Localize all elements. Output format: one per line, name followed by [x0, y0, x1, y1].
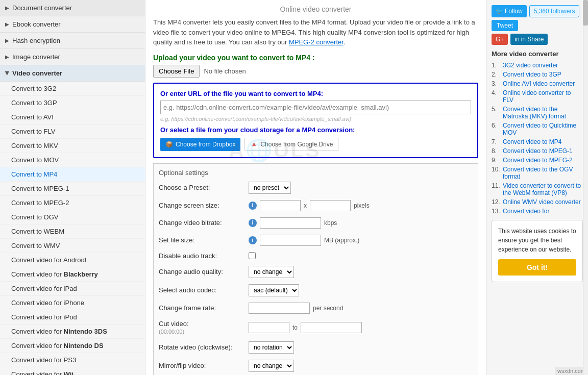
dropbox-button[interactable]: 📦 Choose from Dropbox [160, 138, 240, 151]
url-placeholder-text: e.g. https://cdn.online-convert.com/exam… [160, 116, 471, 122]
screen-size-info-icon[interactable]: i [249, 202, 257, 210]
main-content: A🌐ULS Online video converter This MP4 co… [145, 0, 486, 375]
converter-title: Online video converter [153, 5, 478, 13]
sidebar-item-ipod[interactable]: Convert video for iPod [0, 310, 145, 324]
sidebar-item-nintendo3ds[interactable]: Convert video for Nintendo 3DS [0, 324, 145, 339]
audio-quality-label: Change audio quality: [159, 268, 246, 276]
sidebar-category-video[interactable]: ▶ Video converter [0, 65, 145, 82]
sidebar-item-mpeg2[interactable]: Convert to MPEG-2 [0, 196, 145, 210]
gdrive-icon: 🔺 [250, 141, 258, 148]
rotate-select[interactable]: no rotation [249, 341, 294, 354]
list-item: 3G2 video converter [492, 62, 583, 69]
preset-row: Choose a Preset: no preset [159, 182, 473, 194]
disable-audio-label: Disable audio track: [159, 252, 246, 260]
sidebar-category-hash[interactable]: ▶ Hash encryption [0, 33, 145, 49]
sidebar-item-nintendods[interactable]: Convert video for Nintendo DS [0, 339, 145, 353]
sidebar-item-wii[interactable]: Convert video for Wii [0, 367, 145, 375]
sidebar-item-ipad[interactable]: Convert video for iPad [0, 282, 145, 296]
disable-audio-row: Disable audio track: [159, 252, 473, 260]
screen-size-label: Change screen size: [159, 202, 246, 209]
upload-label: Upload your video you want to convert to… [153, 54, 478, 62]
sidebar-item-3g2[interactable]: Convert to 3G2 [0, 82, 145, 96]
list-item: Online AVI video converter [492, 80, 583, 87]
bitrate-label: Change video bitrate: [159, 219, 246, 227]
audio-quality-select[interactable]: no change [249, 266, 294, 278]
bitrate-row: Change video bitrate: i kbps [159, 217, 473, 229]
sidebar-item-wmv[interactable]: Convert to WMV [0, 239, 145, 253]
gplus-button[interactable]: G+ [492, 34, 508, 45]
left-sidebar: ▶ Document converter ▶ Ebook converter ▶… [0, 0, 145, 375]
list-item: Convert video to the OGV format [492, 166, 583, 180]
file-size-info-icon[interactable]: i [249, 236, 257, 244]
sidebar-item-blackberry[interactable]: Convert video for Blackberry [0, 267, 145, 282]
sidebar-item-iphone[interactable]: Convert video for iPhone [0, 296, 145, 310]
mpeg2-link[interactable]: MPEG-2 converter [289, 38, 344, 46]
screen-size-row: Change screen size: i x pixels [159, 200, 473, 211]
sidebar-category-document[interactable]: ▶ Document converter [0, 0, 145, 16]
optional-title: Optional settings [159, 169, 473, 177]
screen-height-input[interactable] [310, 200, 351, 211]
follow-button[interactable]: 🐦 Follow [492, 5, 527, 17]
sidebar-item-webm[interactable]: Convert to WEBM [0, 224, 145, 239]
kbps-unit: kbps [324, 219, 337, 227]
url-box: Or enter URL of the file you want to con… [153, 83, 478, 158]
list-item: Convert video to the Matroska (MKV) form… [492, 106, 583, 120]
bitrate-info-icon[interactable]: i [249, 219, 257, 227]
dropbox-icon: 📦 [165, 141, 173, 148]
cut-video-label: Cut video: (00:00:00) [159, 320, 246, 335]
file-size-label: Set file size: [159, 236, 246, 244]
bitrate-input[interactable] [260, 217, 321, 229]
screen-width-input[interactable] [260, 200, 301, 211]
sidebar-item-avi[interactable]: Convert to AVI [0, 110, 145, 124]
sidebar-item-ogv[interactable]: Convert to OGV [0, 210, 145, 224]
rotate-row: Rotate video (clockwise): no rotation [159, 341, 473, 354]
disable-audio-checkbox[interactable] [249, 252, 256, 259]
social-row-follow: 🐦 Follow 5,360 followers [492, 5, 583, 17]
url-label: Or enter URL of the file you want to con… [160, 90, 471, 97]
frame-rate-input[interactable] [249, 303, 310, 314]
file-size-input[interactable] [260, 235, 321, 246]
audio-codec-select[interactable]: aac (default) [249, 284, 299, 296]
sidebar-item-3gp[interactable]: Convert to 3GP [0, 96, 145, 110]
arrow-icon: ▶ [5, 71, 10, 76]
gdrive-button[interactable]: 🔺 Choose from Google Drive [244, 138, 338, 151]
sidebar-item-mpeg1[interactable]: Convert to MPEG-1 [0, 182, 145, 196]
preset-label: Choose a Preset: [159, 184, 246, 191]
audio-quality-row: Change audio quality: no change [159, 266, 473, 278]
linkedin-icon: in [514, 36, 519, 43]
list-item: Convert video to MP4 [492, 138, 583, 145]
cloud-label: Or select a file from your cloud storage… [160, 126, 471, 134]
cut-to-input[interactable] [301, 322, 362, 333]
tweet-button[interactable]: Tweet [492, 20, 518, 31]
preset-select[interactable]: no preset [249, 182, 291, 194]
list-item: Convert video to 3GP [492, 71, 583, 78]
scrollbar-thumb[interactable] [583, 0, 588, 26]
mirror-select[interactable]: no change [249, 360, 294, 372]
arrow-icon: ▶ [5, 54, 9, 60]
list-item: Convert video to MPEG-2 [492, 157, 583, 164]
choose-file-button[interactable]: Choose File [153, 65, 200, 78]
more-converters: More video converter 3G2 video converter… [492, 50, 583, 215]
social-row-tweet: Tweet [492, 20, 583, 31]
arrow-icon: ▶ [5, 21, 9, 27]
right-sidebar: 🐦 Follow 5,360 followers Tweet G+ in in … [486, 0, 588, 375]
scrollbar-track[interactable] [583, 0, 588, 375]
sidebar-item-mov[interactable]: Convert to MOV [0, 153, 145, 167]
sidebar-item-ps3[interactable]: Convert video for PS3 [0, 353, 145, 367]
sidebar-item-mkv[interactable]: Convert to MKV [0, 139, 145, 153]
cookie-accept-button[interactable]: Got it! [498, 259, 576, 276]
linkedin-share-button[interactable]: in in Share [510, 34, 548, 45]
upload-section: Upload your video you want to convert to… [153, 54, 478, 78]
url-input[interactable] [160, 101, 471, 114]
sidebar-category-ebook[interactable]: ▶ Ebook converter [0, 16, 145, 33]
sidebar-item-flv[interactable]: Convert to FLV [0, 124, 145, 139]
sidebar-item-mp4[interactable]: Convert to MP4 [0, 167, 145, 182]
arrow-icon: ▶ [5, 38, 9, 43]
arrow-icon: ▶ [5, 5, 9, 11]
audio-codec-label: Select audio codec: [159, 286, 246, 294]
cut-from-input[interactable] [249, 322, 289, 333]
sidebar-item-android[interactable]: Convert video for Android [0, 253, 145, 267]
list-item: Online WMV video converter [492, 198, 583, 206]
sidebar-category-image[interactable]: ▶ Image converter [0, 49, 145, 65]
cookie-banner: This website uses cookies to ensure you … [492, 220, 583, 282]
